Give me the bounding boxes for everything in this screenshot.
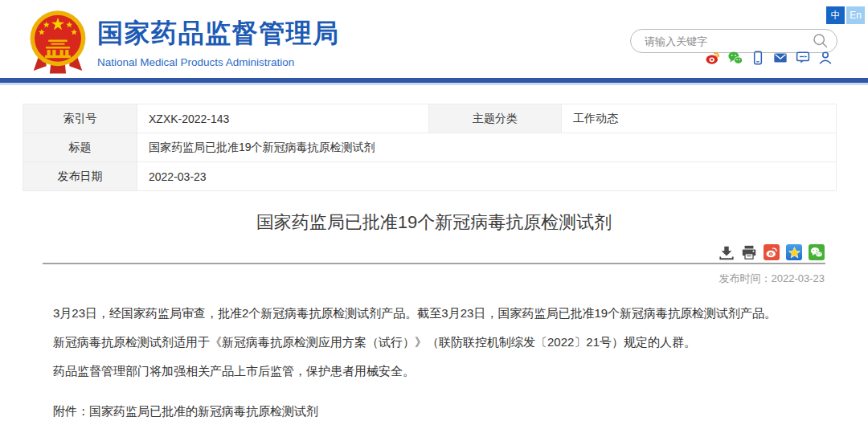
print-button[interactable] [741,245,757,260]
share-weibo-button[interactable] [764,244,780,260]
table-row: 标题 国家药监局已批准19个新冠病毒抗原检测试剂 [23,133,837,162]
info-label-category: 主题分类 [429,104,562,133]
info-label-title: 标题 [23,133,137,162]
header-divider-bar [0,78,868,85]
search-button[interactable] [813,33,829,49]
share-wechat-icon [810,246,823,259]
site-title-zh: 国家药品监督管理局 [97,16,340,51]
table-row: 索引号 XZXK-2022-143 主题分类 工作动态 [23,104,837,133]
article-title: 国家药监局已批准19个新冠病毒抗原检测试剂 [23,210,845,235]
download-button[interactable] [719,245,735,260]
national-emblem-icon [24,8,92,76]
site-header: 国家药品监督管理局 National Medical Products Admi… [0,0,868,78]
paragraph: 新冠病毒抗原检测试剂适用于《新冠病毒抗原检测应用方案（试行）》（联防联控机制综发… [53,328,821,357]
info-value-index: XZXK-2022-143 [137,104,429,133]
weibo-icon[interactable] [706,51,720,65]
share-qzone-button[interactable] [786,244,802,260]
title-divider-line [43,263,825,264]
language-switch: 中 En [826,6,865,24]
page-content: 索引号 XZXK-2022-143 主题分类 工作动态 标题 国家药监局已批准1… [0,104,868,425]
article-toolbar [23,244,825,260]
info-label-index: 索引号 [23,104,137,133]
wechat-icon[interactable] [728,51,743,65]
info-value-date: 2022-03-23 [137,162,837,191]
message-icon[interactable] [796,51,810,65]
table-row: 发布日期 2022-03-23 [23,162,837,191]
email-icon[interactable] [773,51,788,65]
share-weibo-icon [765,246,778,259]
lang-en-button[interactable]: En [846,6,865,24]
site-brand: 国家药品监督管理局 National Medical Products Admi… [97,16,340,68]
lang-zh-button[interactable]: 中 [826,6,845,24]
info-value-category: 工作动态 [562,104,837,133]
article-body: 3月23日，经国家药监局审查，批准2个新冠病毒抗原检测试剂产品。截至3月23日，… [53,299,821,425]
publish-time: 发布时间：2022-03-23 [23,272,825,286]
attachment-link[interactable]: 附件：国家药监局已批准的新冠病毒抗原检测试剂 [53,397,821,425]
info-label-date: 发布日期 [23,162,137,191]
user-icon[interactable] [818,51,833,65]
site-title-en: National Medical Products Administration [97,56,340,68]
mobile-icon[interactable] [751,51,765,65]
info-value-title: 国家药监局已批准19个新冠病毒抗原检测试剂 [137,133,837,162]
paragraph: 3月23日，经国家药监局审查，批准2个新冠病毒抗原检测试剂产品。截至3月23日，… [53,299,821,328]
print-icon [741,245,757,260]
search-icon [813,33,829,49]
search-input[interactable] [643,35,813,48]
share-qzone-icon [788,246,801,259]
social-icon-row [706,51,833,65]
paragraph: 药品监督管理部门将加强相关产品上市后监管，保护患者用械安全。 [53,357,821,386]
national-emblem-logo[interactable] [24,8,92,76]
download-icon [719,245,735,260]
share-wechat-button[interactable] [809,244,825,260]
doc-info-table: 索引号 XZXK-2022-143 主题分类 工作动态 标题 国家药监局已批准1… [23,104,837,191]
search-box [630,29,837,53]
